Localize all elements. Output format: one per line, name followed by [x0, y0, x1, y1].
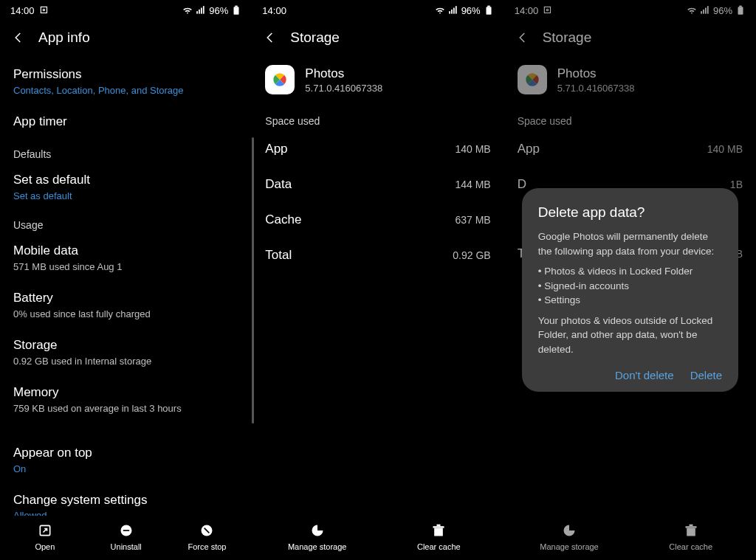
- item-title: Set as default: [13, 172, 238, 189]
- status-time: 14:00: [262, 5, 286, 16]
- row-label: D: [518, 177, 526, 192]
- row-value: 1B: [730, 179, 743, 190]
- page-title: App info: [38, 30, 90, 46]
- row-value: 637 MB: [455, 214, 490, 226]
- svg-rect-7: [236, 6, 238, 7]
- status-bar: 14:00 96%: [504, 0, 756, 21]
- item-permissions[interactable]: Permissions Contacts, Location, Phone, a…: [0, 59, 252, 106]
- back-icon[interactable]: [12, 31, 25, 44]
- label: Clear cache: [669, 542, 712, 551]
- header: App info: [0, 21, 252, 59]
- delete-dialog: Delete app data? Google Photos will perm…: [522, 188, 738, 392]
- delete-button[interactable]: Delete: [690, 369, 722, 381]
- forcestop-icon: [199, 523, 214, 538]
- row-app: App 140 MB: [504, 131, 756, 167]
- item-sub: 0% used since last fully charged: [13, 308, 238, 319]
- signal-icon: [448, 5, 458, 15]
- item-sub: On: [13, 463, 238, 474]
- item-apptimer[interactable]: App timer: [0, 106, 252, 141]
- item-storage[interactable]: Storage 0.92 GB used in Internal storage: [0, 330, 252, 377]
- battery-icon: [231, 5, 241, 15]
- manage-storage-button[interactable]: Manage storage: [256, 523, 378, 551]
- back-icon[interactable]: [264, 31, 277, 44]
- row-data: Data 144 MB: [252, 167, 504, 202]
- item-changesys[interactable]: Change system settings Allowed: [0, 485, 252, 516]
- svg-rect-29: [687, 528, 695, 536]
- google-photos-logo-icon: [270, 70, 289, 89]
- item-setdefault[interactable]: Set as default Set as default: [0, 165, 252, 212]
- svg-rect-16: [486, 7, 491, 14]
- clear-cache-button[interactable]: Clear cache: [378, 523, 500, 551]
- app-name: Photos: [557, 66, 635, 81]
- row-label: Total: [265, 248, 292, 263]
- svg-rect-4: [201, 8, 202, 14]
- row-label: Cache: [265, 212, 301, 227]
- svg-rect-19: [433, 526, 444, 528]
- wifi-icon: [182, 5, 193, 15]
- clear-cache-button[interactable]: Clear cache: [630, 523, 752, 551]
- label: Force stop: [188, 542, 226, 551]
- svg-rect-25: [705, 8, 707, 14]
- item-title: Battery: [13, 290, 238, 307]
- clear-cache-icon: [431, 523, 446, 538]
- page-title: Storage: [290, 30, 340, 46]
- dialog-li: Signed-in accounts: [538, 279, 722, 294]
- label: Manage storage: [288, 542, 347, 551]
- clear-cache-icon: [684, 523, 698, 538]
- battery-icon: [484, 5, 494, 15]
- open-button[interactable]: Open: [4, 523, 86, 551]
- app-name: Photos: [305, 66, 382, 81]
- section-defaults: Defaults: [0, 141, 252, 165]
- svg-rect-10: [123, 530, 129, 531]
- status-battery: 96%: [461, 5, 481, 16]
- svg-rect-3: [199, 10, 200, 14]
- item-sub: Allowed: [13, 510, 238, 516]
- screenshot-icon: [543, 5, 553, 15]
- svg-rect-2: [196, 11, 198, 14]
- dialog-body: Google Photos will permanently delete th…: [538, 229, 722, 357]
- row-cache: Cache 637 MB: [252, 202, 504, 238]
- header: Storage: [252, 21, 504, 59]
- section-space: Space used: [252, 108, 504, 131]
- item-battery[interactable]: Battery 0% used since last fully charged: [0, 283, 252, 330]
- svg-rect-0: [41, 7, 47, 13]
- dont-delete-button[interactable]: Don't delete: [615, 369, 674, 381]
- row-value: 144 MB: [455, 179, 490, 190]
- item-title: Change system settings: [13, 492, 238, 509]
- item-title: App timer: [13, 114, 238, 131]
- dialog-title: Delete app data?: [538, 204, 722, 221]
- manage-storage-icon: [562, 523, 577, 538]
- item-sub: 571 MB used since Aug 1: [13, 261, 238, 272]
- item-mobiledata[interactable]: Mobile data 571 MB used since Aug 1: [0, 235, 252, 283]
- item-memory[interactable]: Memory 759 KB used on average in last 3 …: [0, 377, 252, 424]
- svg-rect-20: [437, 525, 441, 527]
- item-sub: 759 KB used on average in last 3 hours: [13, 403, 238, 414]
- dialog-li: Settings: [538, 293, 722, 308]
- svg-rect-12: [449, 11, 450, 14]
- status-time: 14:00: [10, 5, 35, 16]
- item-sub: 0.92 GB used in Internal storage: [13, 356, 238, 367]
- uninstall-button[interactable]: Uninstall: [86, 523, 167, 551]
- manage-storage-button[interactable]: Manage storage: [509, 523, 630, 551]
- forcestop-button[interactable]: Force stop: [167, 523, 248, 551]
- signal-icon: [196, 5, 206, 15]
- open-icon: [38, 523, 52, 538]
- item-title: Permissions: [13, 66, 238, 83]
- item-sub: Set as default: [13, 190, 238, 201]
- item-title: Appear on top: [13, 445, 238, 462]
- manage-storage-icon: [310, 523, 325, 538]
- item-title: Storage: [13, 337, 238, 354]
- row-total: Total 0.92 GB: [252, 238, 504, 273]
- dialog-li: Photos & videos in Locked Folder: [538, 264, 722, 279]
- app-version: 5.71.0.416067338: [305, 83, 382, 94]
- svg-rect-15: [456, 6, 457, 14]
- svg-rect-17: [487, 6, 490, 7]
- app-row: Photos 5.71.0.416067338: [252, 59, 504, 108]
- dialog-p1: Google Photos will permanently delete th…: [538, 229, 722, 258]
- section-space: Space used: [504, 108, 756, 131]
- section-usage: Usage: [0, 212, 252, 235]
- back-icon[interactable]: [516, 31, 529, 44]
- item-appearontop[interactable]: Appear on top On: [0, 438, 252, 485]
- status-battery: 96%: [209, 5, 228, 16]
- wifi-icon: [687, 5, 697, 15]
